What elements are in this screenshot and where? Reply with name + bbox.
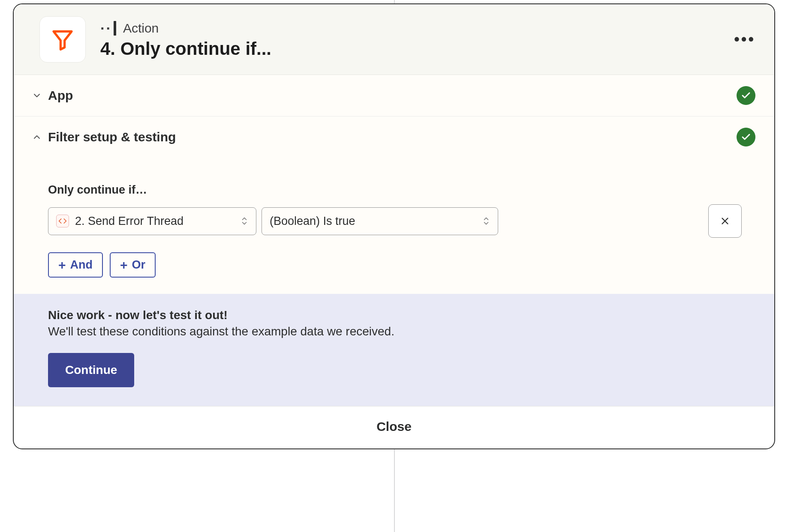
logic-buttons-row: + And + Or [48, 252, 742, 278]
section-filter[interactable]: Filter setup & testing [14, 117, 774, 158]
section-app[interactable]: App [14, 75, 774, 117]
condition-row: 2. Send Error Thread (Boolean) Is true [48, 204, 742, 238]
header-text: ·· Action 4. Only continue if... [100, 20, 731, 59]
condition-label: Only continue if… [48, 183, 742, 197]
plus-icon: + [120, 259, 128, 272]
test-panel: Nice work - now let's test it out! We'll… [14, 294, 774, 406]
chevron-up-icon [31, 132, 43, 142]
remove-condition-button[interactable] [708, 204, 742, 238]
select-caret-icon [482, 216, 490, 226]
condition-field-value: 2. Send Error Thread [75, 215, 235, 228]
test-subtext: We'll test these conditions against the … [48, 325, 740, 338]
close-button[interactable]: Close [14, 406, 774, 448]
section-app-title: App [48, 88, 737, 103]
panel-header: ·· Action 4. Only continue if... ••• [14, 4, 774, 75]
app-icon-container [39, 16, 86, 63]
more-options-button[interactable]: ••• [731, 27, 755, 52]
filter-setup-body: Only continue if… 2. Send Error Thread (… [14, 158, 774, 294]
add-and-button[interactable]: + And [48, 252, 103, 278]
and-label: And [70, 258, 93, 272]
or-label: Or [132, 258, 146, 272]
test-heading: Nice work - now let's test it out! [48, 308, 740, 322]
condition-operator-value: (Boolean) Is true [270, 215, 476, 228]
step-type-row: ·· Action [100, 20, 731, 37]
close-icon [719, 215, 731, 227]
plus-icon: + [58, 259, 66, 272]
path-icon: ·· [100, 20, 116, 37]
step-title: 4. Only continue if... [100, 39, 731, 59]
svg-marker-0 [54, 31, 72, 49]
condition-operator-select[interactable]: (Boolean) Is true [262, 207, 498, 235]
section-filter-title: Filter setup & testing [48, 130, 737, 144]
filter-icon [51, 27, 75, 51]
status-complete-icon [737, 128, 755, 146]
code-step-icon [56, 215, 69, 227]
add-or-button[interactable]: + Or [110, 252, 156, 278]
step-type-label: Action [123, 21, 159, 36]
condition-field-select[interactable]: 2. Send Error Thread [48, 207, 256, 235]
step-editor-panel: ·· Action 4. Only continue if... ••• App… [13, 3, 775, 449]
select-caret-icon [241, 216, 248, 226]
continue-button[interactable]: Continue [48, 353, 134, 387]
status-complete-icon [737, 86, 755, 105]
chevron-down-icon [31, 90, 43, 101]
